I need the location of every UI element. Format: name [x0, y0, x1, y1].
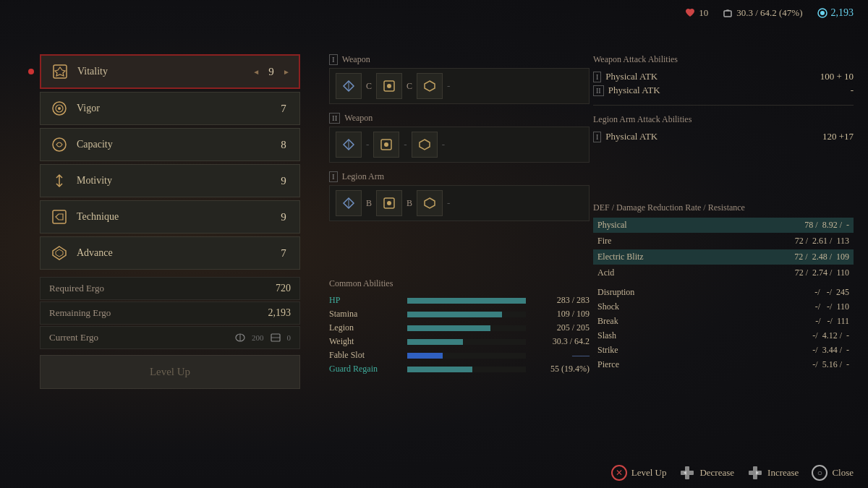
decrease-btn[interactable]: Decrease	[679, 465, 734, 481]
decrease-label: Decrease	[699, 467, 734, 479]
stat-capacity[interactable]: Capacity 8	[40, 128, 300, 161]
la-atk-1-name: Physical ATK	[605, 131, 822, 142]
weight-value: 30.3 / 64.2 (47%)	[736, 7, 802, 19]
remaining-ergo-label: Remaining Ergo	[49, 307, 268, 319]
svg-point-17	[387, 84, 391, 88]
bottom-bar: ✕ Level Up Decrease Increase	[611, 465, 854, 481]
def-electric-vals: 72 / 2.48 / 109	[663, 252, 849, 262]
level-up-bottom-btn[interactable]: ✕ Level Up	[611, 465, 667, 481]
weight-val: 30.3 / 64.2	[532, 336, 590, 347]
svg-rect-8	[53, 210, 66, 223]
svg-point-25	[387, 201, 391, 205]
break-vals: -/ -/ 111	[663, 316, 849, 327]
stat-motivity[interactable]: Motivity 9	[40, 164, 300, 197]
right-panel: Weapon Attack Abilities I Physical ATK 1…	[593, 54, 854, 372]
legion-bar	[407, 325, 490, 331]
la-atk-1-num: I	[593, 132, 601, 142]
motivity-label: Motivity	[77, 175, 276, 187]
la-atk-1-val: 120 +17	[822, 131, 854, 142]
weapon-1-section: I Weapon C C -	[329, 54, 590, 104]
guard-bar	[407, 367, 472, 372]
shock-vals: -/ -/ 110	[663, 301, 849, 312]
svg-marker-9	[53, 247, 66, 260]
coin-icon	[234, 333, 246, 343]
svg-point-21	[384, 142, 388, 147]
weapon-2-header: II Weapon	[329, 113, 590, 124]
w-atk-1-name: Physical ATK	[605, 71, 820, 82]
legion-slot-3	[417, 190, 443, 216]
weapon-atk-2: II Physical ATK -	[593, 85, 854, 96]
weapon-1-slot-3	[417, 73, 443, 99]
spacer	[593, 145, 854, 202]
pierce-name: Pierce	[597, 359, 663, 370]
weapon-atk-title: Weapon Attack Abilities	[593, 54, 854, 65]
required-ergo-row: Required Ergo 720	[40, 277, 300, 300]
svg-point-7	[53, 138, 66, 151]
hp-stat: 10	[685, 7, 708, 19]
def-electric-name: Electric Blitz	[597, 252, 663, 262]
strike-name: Strike	[597, 345, 663, 356]
current-ergo-shards: 0	[287, 333, 292, 342]
stat-advance[interactable]: Advance 7	[40, 236, 300, 270]
fable-label: Fable Slot	[329, 350, 401, 361]
def-fire-vals: 72 / 2.61 / 113	[663, 236, 849, 247]
svg-point-6	[58, 107, 61, 110]
w-atk-2-num: II	[593, 85, 604, 96]
strike-vals: -/ 3.44 / -	[663, 345, 849, 356]
weight-label: Weight	[329, 336, 401, 347]
ergo-icon	[817, 8, 827, 18]
svg-rect-28	[681, 471, 694, 475]
advance-label: Advance	[77, 247, 276, 259]
w2-grade-1: -	[366, 139, 369, 150]
capacity-label: Capacity	[77, 139, 276, 150]
w-atk-1-num: I	[593, 72, 601, 82]
stat-technique[interactable]: Technique 9	[40, 200, 300, 234]
vitality-icon	[50, 61, 70, 82]
right-arrow[interactable]: ►	[283, 68, 290, 76]
technique-icon	[49, 207, 69, 227]
svg-marker-26	[425, 198, 435, 208]
vitality-label: Vitality	[77, 66, 252, 77]
weight-bar	[407, 339, 463, 345]
level-up-button[interactable]: Level Up	[40, 355, 300, 389]
required-ergo-label: Required Ergo	[49, 283, 276, 294]
legion-arm-label: Legion Arm	[342, 171, 384, 182]
vigor-value: 7	[276, 103, 291, 115]
status-pierce: Pierce -/ 5.16 / -	[593, 358, 854, 372]
legion-val: 205 / 205	[532, 322, 590, 333]
la-grade-2: B	[407, 198, 412, 209]
weight-stat: 30.3 / 64.2 (47%)	[723, 7, 802, 19]
technique-label: Technique	[77, 211, 276, 223]
la-grade-1: B	[366, 198, 372, 209]
stat-vigor[interactable]: Vigor 7	[40, 92, 300, 125]
ergo-value: 2,193	[831, 7, 854, 19]
status-break: Break -/ -/ 111	[593, 314, 854, 328]
stat-vitality[interactable]: Vitality ◄ 9 ►	[40, 54, 300, 89]
top-bar: 10 30.3 / 64.2 (47%) 2,193	[685, 7, 854, 19]
legion-slot-2	[376, 190, 402, 216]
stamina-label: Stamina	[329, 309, 401, 320]
weapon-2-slot-1	[336, 132, 362, 158]
capacity-value: 8	[276, 139, 291, 151]
def-fire: Fire 72 / 2.61 / 113	[593, 234, 854, 249]
ability-fable: Fable Slot ——	[329, 350, 590, 361]
def-physical: Physical 78 / 8.92 / -	[593, 218, 854, 233]
hp-bar	[407, 298, 526, 304]
fable-bar-container	[407, 353, 526, 359]
weapons-panel: I Weapon C C - II Wea	[329, 54, 590, 230]
remaining-ergo-value: 2,193	[268, 307, 292, 319]
cross-icon: ✕	[611, 465, 627, 481]
close-btn[interactable]: ○ Close	[812, 465, 854, 481]
stamina-val: 109 / 109	[532, 309, 590, 320]
weapon-2-num: II	[329, 113, 340, 124]
weapon-1-slot-2	[376, 73, 402, 99]
w2-grade-2: -	[404, 139, 407, 150]
increase-btn[interactable]: Increase	[747, 465, 799, 481]
svg-marker-22	[420, 140, 430, 150]
legion-atk-1: I Physical ATK 120 +17	[593, 131, 854, 142]
advance-icon	[49, 243, 69, 263]
left-arrow[interactable]: ◄	[252, 68, 260, 76]
weapon-1-label: Weapon	[342, 54, 370, 65]
status-shock: Shock -/ -/ 110	[593, 300, 854, 314]
technique-value: 9	[276, 211, 291, 223]
